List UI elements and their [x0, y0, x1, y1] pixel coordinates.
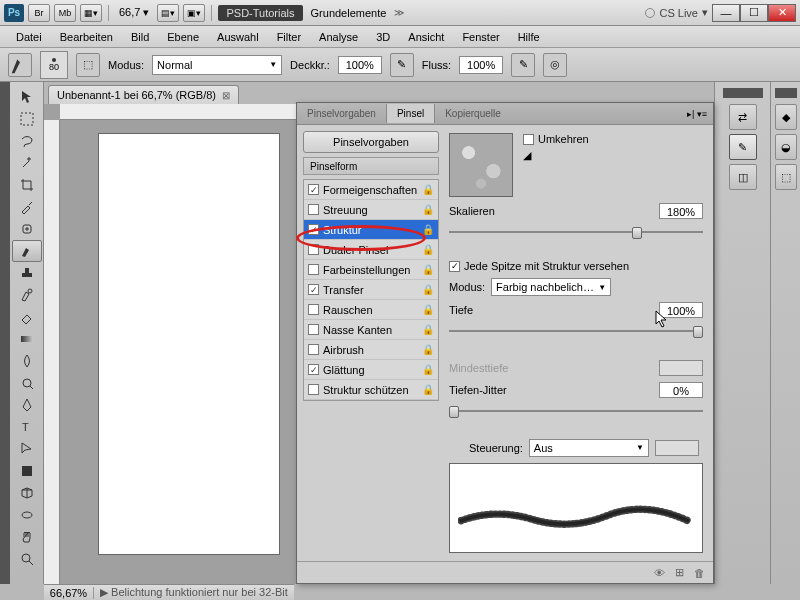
lock-icon[interactable]: 🔒 — [422, 284, 434, 295]
workspace-more[interactable]: ≫ — [394, 7, 404, 18]
jede-spitze-checkbox[interactable]: ✓Jede Spitze mit Struktur versehen — [449, 260, 703, 272]
menu-ebene[interactable]: Ebene — [159, 29, 207, 45]
new-preset-icon[interactable]: ⊞ — [675, 566, 684, 579]
checkbox-icon[interactable] — [308, 264, 319, 275]
hand-tool[interactable] — [12, 526, 42, 548]
status-zoom[interactable]: 66,67% — [44, 587, 94, 599]
zoom-level[interactable]: 66,7 ▾ — [119, 6, 149, 19]
brush-setting-airbrush[interactable]: Airbrush🔒 — [304, 340, 438, 360]
eyedropper-tool[interactable] — [12, 196, 42, 218]
maximize-button[interactable]: ☐ — [740, 4, 768, 22]
fluss-field[interactable]: 100% — [459, 56, 503, 74]
path-tool[interactable] — [12, 438, 42, 460]
skalieren-field[interactable]: 180% — [659, 203, 703, 219]
checkbox-icon[interactable] — [308, 384, 319, 395]
lock-icon[interactable]: 🔒 — [422, 364, 434, 375]
thumb-picker-icon[interactable]: ◢ — [523, 149, 589, 162]
layers-panel-icon[interactable]: ◫ — [729, 164, 757, 190]
move-tool[interactable] — [12, 86, 42, 108]
brush-setting-streuung[interactable]: Streuung🔒 — [304, 200, 438, 220]
pinselvorgaben-button[interactable]: Pinselvorgaben — [303, 131, 439, 153]
airbrush-icon[interactable]: ✎ — [511, 53, 535, 77]
stamp-tool[interactable] — [12, 262, 42, 284]
swatches-panel-icon[interactable]: ◆ — [775, 104, 797, 130]
brush-tool[interactable] — [12, 240, 42, 262]
dock-handle-2[interactable] — [775, 88, 797, 98]
checkbox-icon[interactable]: ✓ — [308, 284, 319, 295]
close-tab-icon[interactable]: ⊠ — [222, 90, 230, 101]
tab-pinselvorgaben[interactable]: Pinselvorgaben — [297, 104, 386, 123]
panel-menu-icon[interactable]: ▸| ▾≡ — [681, 109, 713, 119]
dock-handle[interactable] — [723, 88, 763, 98]
checkbox-icon[interactable] — [308, 204, 319, 215]
crop-tool[interactable] — [12, 174, 42, 196]
pen-tool[interactable] — [12, 394, 42, 416]
checkbox-icon[interactable]: ✓ — [308, 364, 319, 375]
gradient-tool[interactable] — [12, 328, 42, 350]
color-panel-icon[interactable]: ⇄ — [729, 104, 757, 130]
brush-preset-picker[interactable]: 80 — [40, 51, 68, 79]
cs-live-button[interactable]: CS Live ▾ — [645, 6, 708, 19]
menu-datei[interactable]: Datei — [8, 29, 50, 45]
zoom-tool[interactable] — [12, 548, 42, 570]
brush-panel-icon[interactable]: ✎ — [729, 134, 757, 160]
shape-tool[interactable] — [12, 460, 42, 482]
tab-pinsel[interactable]: Pinsel — [386, 104, 435, 123]
menu-ansicht[interactable]: Ansicht — [400, 29, 452, 45]
tiefe-slider[interactable] — [449, 324, 703, 353]
menu-3d[interactable]: 3D — [368, 29, 398, 45]
menu-analyse[interactable]: Analyse — [311, 29, 366, 45]
minimize-button[interactable]: — — [712, 4, 740, 22]
brush-panel-toggle[interactable]: ⬚ — [76, 53, 100, 77]
pinselform-header[interactable]: Pinselform — [303, 157, 439, 175]
brush-setting-nasse-kanten[interactable]: Nasse Kanten🔒 — [304, 320, 438, 340]
workspace-grundelemente[interactable]: Grundelemente — [311, 7, 387, 19]
tablet-size-icon[interactable]: ◎ — [543, 53, 567, 77]
bridge-button[interactable]: Br — [28, 4, 50, 22]
eraser-tool[interactable] — [12, 306, 42, 328]
dodge-tool[interactable] — [12, 372, 42, 394]
brush-setting-farbeinstellungen[interactable]: Farbeinstellungen🔒 — [304, 260, 438, 280]
tiefen-jitter-field[interactable]: 0% — [659, 382, 703, 398]
brush-setting-glättung[interactable]: ✓Glättung🔒 — [304, 360, 438, 380]
menu-hilfe[interactable]: Hilfe — [510, 29, 548, 45]
skalieren-slider[interactable] — [449, 225, 703, 254]
lock-icon[interactable]: 🔒 — [422, 224, 434, 235]
workspace-psd-tutorials[interactable]: PSD-Tutorials — [218, 5, 302, 21]
3d-tool[interactable] — [12, 482, 42, 504]
lock-icon[interactable]: 🔒 — [422, 344, 434, 355]
brush-setting-struktur[interactable]: ✓Struktur🔒 — [304, 220, 438, 240]
brush-setting-rauschen[interactable]: Rauschen🔒 — [304, 300, 438, 320]
3d-camera-tool[interactable] — [12, 504, 42, 526]
checkbox-icon[interactable] — [308, 324, 319, 335]
brush-setting-struktur-schützen[interactable]: Struktur schützen🔒 — [304, 380, 438, 400]
checkbox-icon[interactable] — [308, 344, 319, 355]
blur-tool[interactable] — [12, 350, 42, 372]
type-tool[interactable]: T — [12, 416, 42, 438]
lock-icon[interactable]: 🔒 — [422, 204, 434, 215]
lock-icon[interactable]: 🔒 — [422, 384, 434, 395]
menu-filter[interactable]: Filter — [269, 29, 309, 45]
left-dock-strip[interactable] — [0, 82, 10, 584]
modus-select[interactable]: Farbig nachbelich…▼ — [491, 278, 611, 296]
umkehren-checkbox[interactable]: Umkehren — [523, 133, 589, 145]
menu-fenster[interactable]: Fenster — [454, 29, 507, 45]
checkbox-icon[interactable]: ✓ — [308, 184, 319, 195]
modus-select[interactable]: Normal▼ — [152, 55, 282, 75]
heal-tool[interactable] — [12, 218, 42, 240]
lock-icon[interactable]: 🔒 — [422, 324, 434, 335]
lock-icon[interactable]: 🔒 — [422, 264, 434, 275]
wand-tool[interactable] — [12, 152, 42, 174]
menu-auswahl[interactable]: Auswahl — [209, 29, 267, 45]
toggle-preview-icon[interactable]: 👁 — [654, 567, 665, 579]
tablet-opacity-icon[interactable]: ✎ — [390, 53, 414, 77]
screen-mode-button[interactable]: ▣▾ — [183, 4, 205, 22]
brush-setting-transfer[interactable]: ✓Transfer🔒 — [304, 280, 438, 300]
document-tab[interactable]: Unbenannt-1 bei 66,7% (RGB/8)⊠ — [48, 85, 239, 104]
tiefen-jitter-slider[interactable] — [449, 404, 703, 433]
canvas[interactable] — [99, 134, 279, 554]
lock-icon[interactable]: 🔒 — [422, 244, 434, 255]
lasso-tool[interactable] — [12, 130, 42, 152]
close-button[interactable]: ✕ — [768, 4, 796, 22]
marquee-tool[interactable] — [12, 108, 42, 130]
